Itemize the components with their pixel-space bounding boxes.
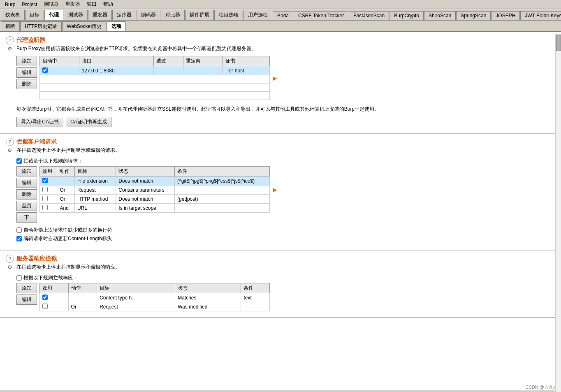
s3-col-condition: 条件 <box>241 283 270 293</box>
response-rules-label: 根据以下规则拦截响应： <box>23 274 78 281</box>
main-tab-13[interactable]: FastJsonScan <box>349 11 389 20</box>
s2-cell-condition-3 <box>175 204 270 213</box>
section3-table-header: 效用 动作 目标 状态 条件 <box>40 283 270 293</box>
menu-help[interactable]: 帮助 <box>100 0 116 9</box>
main-tab-7[interactable]: 对比器 <box>161 10 185 20</box>
section2-help-icon[interactable]: ? <box>6 138 14 146</box>
section2-page-button[interactable]: 至页 <box>16 201 37 211</box>
s2-cell-target-1: Request <box>74 186 116 195</box>
response-rules-checkbox[interactable] <box>16 275 22 281</box>
s3-cell-check-0[interactable] <box>40 293 69 302</box>
table-row[interactable]: Or HTTP method Does not match (get|post) <box>40 195 270 204</box>
s2-cell-condition-1 <box>175 186 270 195</box>
regenerate-ca-button[interactable]: CA证明书再生成 <box>66 117 111 127</box>
sub-tab-3[interactable]: 选项 <box>107 21 126 31</box>
sub-tab-0[interactable]: 截断 <box>1 21 20 31</box>
main-tab-0[interactable]: 仪表盘 <box>1 10 25 20</box>
section1-header-row: ? 代理监听器 <box>6 36 555 44</box>
table-row[interactable]: And URL Is in target scope <box>40 204 270 213</box>
main-tab-4[interactable]: 重发器 <box>88 10 112 20</box>
section2-delete-button[interactable]: 删除 <box>16 189 37 199</box>
s2-cell-check-1[interactable] <box>40 186 57 195</box>
s2-row1-checkbox[interactable] <box>42 187 48 192</box>
s3-cell-check-1[interactable] <box>40 302 69 311</box>
main-tab-14[interactable]: BurpCrypto <box>389 11 424 20</box>
main-tab-6[interactable]: 编码器 <box>137 10 160 20</box>
s3-row0-checkbox[interactable] <box>42 295 48 300</box>
main-tab-1[interactable]: 目标 <box>25 10 44 20</box>
s2-cell-status-2: Does not match <box>116 195 175 204</box>
main-tab-17[interactable]: JOSEPH <box>491 11 520 20</box>
main-tab-8[interactable]: 插件扩展 <box>185 10 214 20</box>
section1-gear-icon[interactable]: ⚙ <box>6 44 14 53</box>
s2-cell-action-0 <box>57 176 74 186</box>
section3-edit-button[interactable]: 编辑 <box>16 295 37 305</box>
sub-tab-1[interactable]: HTTP历史记录 <box>20 21 62 31</box>
section1-add-button[interactable]: 添加 <box>16 56 37 66</box>
table-row[interactable]: File extension Does not match (^gif$|^jp… <box>40 176 270 186</box>
s2-cell-action-3: And <box>57 204 74 213</box>
section2-add-button[interactable]: 添加 <box>16 166 37 176</box>
menu-burp[interactable]: Burp <box>2 1 19 8</box>
section3-add-button[interactable]: 添加 <box>16 283 37 293</box>
section3-gear-icon[interactable]: ⚙ <box>6 263 14 271</box>
col-redirect: 重定向 <box>183 56 223 66</box>
table-row[interactable]: Or Request Was modified <box>40 302 270 311</box>
s2-cell-check-3[interactable] <box>40 204 57 213</box>
main-tab-18[interactable]: JWT Editor Keys <box>520 11 561 20</box>
section2-gear-icon[interactable]: ⚙ <box>6 146 14 154</box>
s2-row2-checkbox[interactable] <box>42 196 48 201</box>
main-tab-2[interactable]: 代理 <box>44 10 63 20</box>
s2-cell-check-0[interactable] <box>40 176 57 186</box>
s3-row1-checkbox[interactable] <box>42 304 48 309</box>
section2-down-button[interactable]: 下 <box>16 212 37 223</box>
cell-checked[interactable] <box>40 66 79 75</box>
section1-edit-button[interactable]: 编辑 <box>16 67 37 78</box>
main-tab-3[interactable]: 测试器 <box>64 10 88 20</box>
table-row[interactable]: Or Request Contains parameters <box>40 186 270 195</box>
menu-tester[interactable]: 测试器 <box>41 0 62 9</box>
main-tab-15[interactable]: ShiroScan <box>424 11 456 20</box>
s2-cell-condition-2: (get|post) <box>175 195 270 204</box>
section3-desc: 在拦截选项卡上停止并控制显示和编辑的响应。 <box>16 264 120 271</box>
s3-col-status: 状态 <box>175 283 241 293</box>
section3-title: 服务器响应拦截 <box>16 255 57 262</box>
main-tab-12[interactable]: CSRF Token Tracker <box>294 11 348 20</box>
table-row[interactable]: Content type h... Matches text <box>40 293 270 302</box>
menu-project[interactable]: Project <box>19 1 40 8</box>
col-cert: 证书 <box>223 56 270 66</box>
col-through: 透过 <box>154 56 183 66</box>
section2-edit-button[interactable]: 编辑 <box>16 178 37 188</box>
main-tab-9[interactable]: 项目选项 <box>214 10 243 20</box>
s2-cell-check-2[interactable] <box>40 195 57 204</box>
scrollbar-track[interactable] <box>555 34 561 392</box>
col-interface: 接口 <box>79 56 154 66</box>
menu-repeater[interactable]: 重发器 <box>62 0 83 9</box>
section1-delete-button[interactable]: 删除 <box>16 79 37 89</box>
row1-checkbox[interactable] <box>42 67 48 73</box>
intercept-rules-checkbox[interactable] <box>16 158 22 164</box>
main-tab-11[interactable]: Brida <box>273 11 293 20</box>
scrollbar-thumb[interactable] <box>556 35 561 51</box>
section2-btn-column: 添加 编辑 删除 至页 下 <box>16 166 37 223</box>
col-active: 启动中 <box>40 56 79 66</box>
section3-table: 效用 动作 目标 状态 条件 Content type h... Matches… <box>39 283 270 311</box>
main-tab-10[interactable]: 用户选项 <box>243 10 272 20</box>
main-tab-16[interactable]: SpringScan <box>456 11 491 20</box>
main-tab-5[interactable]: 定序器 <box>112 10 136 20</box>
s3-cell-target-0: Content type h... <box>97 293 175 302</box>
table-row[interactable]: 127.0.0.1:8080 Per-host <box>40 66 270 75</box>
auto-update-content-length-checkbox[interactable] <box>16 236 22 241</box>
auto-fix-newline-checkbox[interactable] <box>16 227 22 233</box>
section3-help-icon[interactable]: ? <box>6 255 14 263</box>
s2-row0-checkbox[interactable] <box>42 178 48 183</box>
s2-row3-checkbox[interactable] <box>42 205 48 210</box>
cell-through <box>154 66 183 75</box>
menu-window[interactable]: 窗口 <box>83 0 100 9</box>
watermark: CSDN @方九术 <box>526 384 558 390</box>
s3-col-use: 效用 <box>40 283 69 293</box>
section1-help-icon[interactable]: ? <box>6 36 14 44</box>
section1-ca-desc: 每次安装Burp时，它都会生成自己的CA证书，并在代理侦听器建立SSL连接时使用… <box>16 106 555 113</box>
import-export-ca-button[interactable]: 导入/导出CA证书 <box>16 117 63 127</box>
sub-tab-2[interactable]: WebSocket历史 <box>62 21 106 31</box>
